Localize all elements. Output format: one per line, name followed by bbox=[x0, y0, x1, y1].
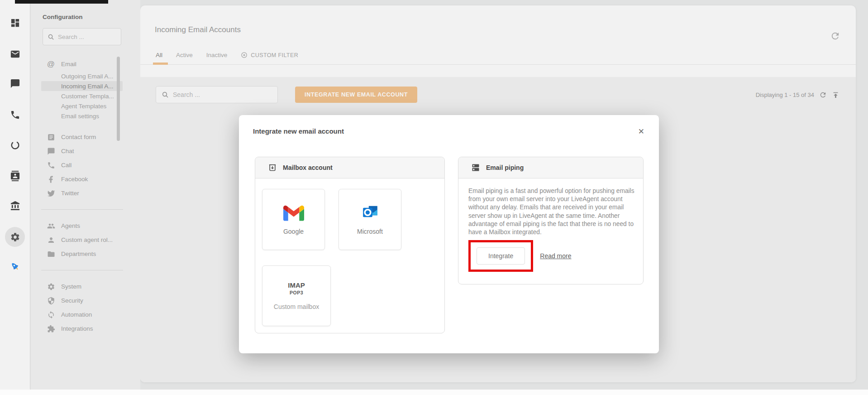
pop3-label: POP3 bbox=[290, 290, 303, 295]
gmail-logo-icon bbox=[283, 204, 304, 221]
provider-label: Google bbox=[283, 228, 304, 235]
piping-actions: Integrate Read more bbox=[468, 240, 634, 272]
modal-title: Integrate new email account bbox=[239, 115, 659, 135]
red-highlight-annotation: Integrate bbox=[468, 240, 533, 272]
mailbox-panel-title: Mailbox account bbox=[283, 164, 333, 171]
provider-label: Microsoft bbox=[357, 228, 383, 235]
google-provider-card[interactable]: Google bbox=[262, 189, 325, 250]
provider-label: Custom mailbox bbox=[274, 303, 319, 310]
microsoft-provider-card[interactable]: Microsoft bbox=[339, 189, 401, 250]
piping-panel-title: Email piping bbox=[486, 164, 524, 171]
integrate-button[interactable]: Integrate bbox=[477, 247, 525, 265]
custom-mailbox-card[interactable]: IMAP POP3 Custom mailbox bbox=[262, 265, 331, 326]
server-stack-icon bbox=[471, 163, 480, 172]
integrate-new-email-account-modal: Integrate new email account ✕ Mailbox ac… bbox=[239, 115, 659, 353]
mailbox-panel-header: Mailbox account bbox=[255, 157, 444, 178]
read-more-link[interactable]: Read more bbox=[540, 252, 571, 260]
outlook-logo-icon bbox=[360, 204, 381, 221]
piping-description: Email piping is a fast and powerful opti… bbox=[468, 187, 635, 236]
piping-body: Email piping is a fast and powerful opti… bbox=[458, 178, 643, 272]
window-bottom-strip bbox=[0, 390, 868, 395]
inbox-tray-icon bbox=[268, 163, 277, 172]
email-piping-panel: Email piping Email piping is a fast and … bbox=[458, 157, 644, 284]
piping-panel-header: Email piping bbox=[458, 157, 643, 178]
mailbox-account-panel: Mailbox account Google bbox=[255, 157, 445, 333]
imap-label: IMAP bbox=[288, 281, 305, 289]
mailbox-providers: Google Microsoft IMAP POP3 Custom mailbo… bbox=[255, 178, 444, 326]
close-icon[interactable]: ✕ bbox=[636, 126, 646, 137]
